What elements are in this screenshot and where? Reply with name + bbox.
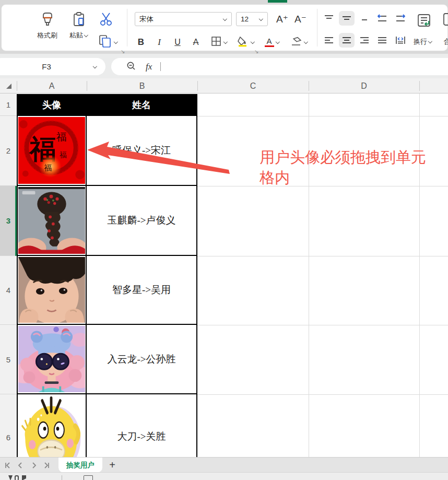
avatar-name-table: 头像 姓名	[17, 94, 197, 480]
svg-text:福: 福	[56, 131, 67, 143]
text-spacing-button[interactable]	[393, 33, 408, 48]
justify-icon	[377, 36, 387, 44]
decrease-font-label: A⁻	[294, 14, 306, 25]
cut-button[interactable]	[98, 11, 114, 29]
decrease-indent-button[interactable]	[374, 11, 390, 26]
chevron-down-icon	[304, 40, 308, 44]
ribbon-panel: 格式刷 粘贴	[1, 4, 448, 51]
sheet-tab-active[interactable]: 抽奖用户	[58, 458, 102, 473]
merge-cells-button[interactable]: 合	[444, 37, 448, 46]
table-row: 玉麒麟->卢俊义	[18, 186, 196, 256]
row-header-1[interactable]: 1	[0, 94, 17, 116]
cell-a4[interactable]	[18, 256, 87, 325]
increase-font-size-button[interactable]: A⁺	[276, 13, 288, 25]
increase-font-label: A⁺	[276, 14, 288, 25]
chevron-down-icon	[223, 17, 227, 21]
chevron-down-icon	[276, 40, 280, 44]
svg-text:福: 福	[44, 163, 52, 172]
last-sheet-icon[interactable]	[42, 461, 51, 470]
column-header-b[interactable]: B	[87, 78, 197, 93]
align-left-button[interactable]	[321, 33, 337, 48]
align-right-button[interactable]	[357, 33, 372, 48]
red-dress-woman-avatar[interactable]	[18, 187, 85, 254]
increase-indent-button[interactable]	[393, 11, 408, 26]
align-center-icon	[341, 36, 352, 44]
active-ribbon-tab-indicator	[268, 0, 287, 3]
cell-b5[interactable]: 入云龙->公孙胜	[87, 325, 196, 394]
column-header-d[interactable]: D	[309, 78, 419, 93]
table-row: 福 福 福 福 呼保义->宋江	[18, 116, 196, 186]
status-bar-clipped	[0, 472, 448, 480]
align-top-button[interactable]	[321, 11, 337, 26]
font-size-value: 12	[241, 15, 249, 23]
align-bottom-icon	[359, 14, 370, 22]
bold-button[interactable]: B	[135, 34, 147, 50]
pink-hair-girl-avatar[interactable]	[18, 326, 85, 392]
formula-input[interactable]: fx	[111, 58, 448, 75]
cell-a2[interactable]: 福 福 福 福	[18, 116, 87, 186]
first-sheet-icon[interactable]	[3, 461, 13, 470]
clear-format-button[interactable]	[288, 34, 310, 50]
align-bottom-button[interactable]	[357, 11, 372, 26]
align-center-button[interactable]	[339, 33, 355, 48]
annotation-line2: 格内	[260, 168, 442, 188]
toddler-avatar[interactable]	[18, 257, 85, 323]
font-color-button[interactable]: A	[262, 34, 282, 50]
cell-a3[interactable]	[18, 186, 87, 256]
wrap-text-label: 换行	[414, 37, 427, 46]
chevron-down-icon	[251, 40, 255, 44]
add-sheet-button[interactable]: +	[106, 458, 119, 472]
wrap-text-icon[interactable]	[416, 13, 433, 31]
cell-b4[interactable]: 智多星->吴用	[87, 256, 196, 325]
align-right-icon	[359, 36, 370, 44]
cell-a1[interactable]: 头像	[18, 95, 87, 116]
svg-text:福: 福	[60, 151, 67, 159]
cell-b2[interactable]: 呼保义->宋江	[87, 116, 196, 186]
cell-a5[interactable]	[18, 325, 87, 394]
merge-cells-label: 合	[444, 37, 448, 46]
align-top-icon	[324, 14, 334, 22]
strikethrough-label: A	[193, 38, 199, 47]
row-header-4[interactable]: 4	[0, 256, 17, 325]
previous-sheet-icon[interactable]	[16, 461, 25, 470]
font-color-icon: A	[265, 38, 274, 47]
fx-icon: fx	[146, 62, 152, 72]
select-all-icon[interactable]	[5, 83, 13, 92]
merge-icon	[443, 12, 448, 30]
align-middle-button[interactable]	[339, 11, 355, 26]
format-painter-label: 格式刷	[37, 31, 57, 40]
text-spacing-icon	[395, 36, 406, 45]
search-icon[interactable]	[126, 61, 136, 73]
italic-button[interactable]: I	[153, 34, 166, 50]
font-family-select[interactable]: 宋体	[135, 12, 232, 26]
underline-button[interactable]: U	[171, 34, 184, 50]
borders-button[interactable]	[208, 34, 229, 50]
column-header-a[interactable]: A	[17, 78, 87, 93]
row-header-3-selected[interactable]: 3	[0, 186, 17, 256]
row-header-2[interactable]: 2	[0, 116, 17, 186]
chevron-down-icon	[84, 33, 88, 38]
column-header-row: A B C D	[0, 78, 448, 93]
justify-button[interactable]	[374, 33, 390, 48]
next-sheet-icon[interactable]	[29, 461, 39, 470]
name-box[interactable]: F3	[0, 58, 105, 75]
decrease-indent-icon	[376, 14, 388, 23]
annotation-note: 用户头像必须拖拽到单元 格内	[260, 147, 442, 188]
chevron-down-icon	[93, 65, 97, 69]
column-header-c[interactable]: C	[197, 78, 309, 93]
row-header-5[interactable]: 5	[0, 325, 17, 394]
copy-button[interactable]	[98, 34, 118, 51]
paste-button[interactable]: 粘贴	[69, 11, 88, 40]
decrease-font-size-button[interactable]: A⁻	[294, 13, 306, 25]
italic-label: I	[158, 37, 161, 48]
sheet-tab-label: 抽奖用户	[66, 461, 95, 470]
font-size-select[interactable]: 12	[236, 12, 268, 26]
format-painter-button[interactable]: 格式刷	[37, 11, 57, 40]
fill-color-button[interactable]	[234, 34, 256, 50]
cell-b3[interactable]: 玉麒麟->卢俊义	[87, 186, 196, 256]
fu-blessing-avatar[interactable]: 福 福 福 福	[18, 117, 85, 184]
cell-b1[interactable]: 姓名	[87, 95, 196, 116]
strikethrough-button[interactable]: A	[190, 34, 202, 50]
align-middle-icon	[341, 14, 352, 22]
wrap-text-button[interactable]: 换行	[414, 37, 432, 46]
